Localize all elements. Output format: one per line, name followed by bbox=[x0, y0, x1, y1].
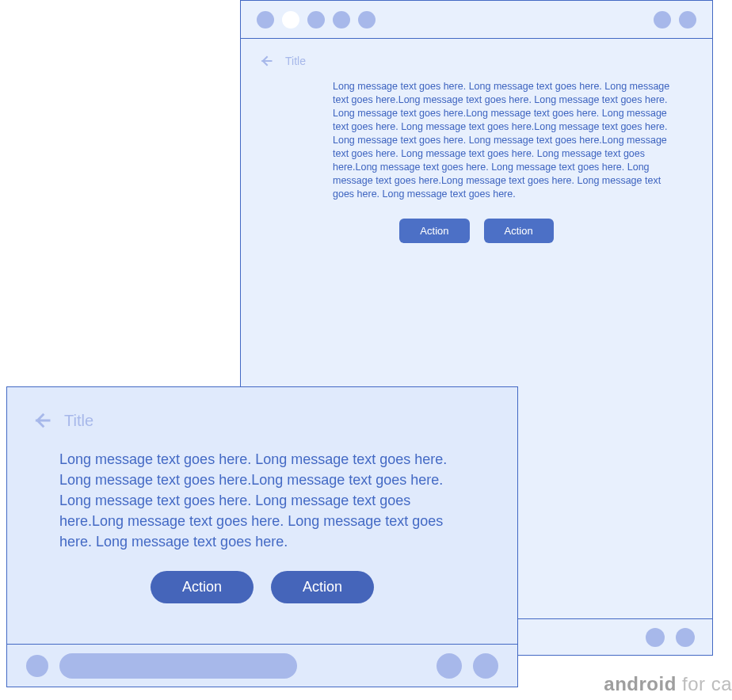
status-dot bbox=[679, 11, 696, 29]
message-text: Long message text goes here. Long messag… bbox=[59, 449, 471, 552]
system-nav-bar bbox=[7, 644, 517, 687]
landscape-device-frame: Title Long message text goes here. Long … bbox=[6, 386, 518, 687]
app-bar: Title bbox=[31, 409, 494, 432]
watermark-suffix: for ca bbox=[677, 673, 732, 694]
page-title: Title bbox=[64, 412, 93, 430]
status-bar bbox=[241, 1, 712, 39]
action-button-primary[interactable]: Action bbox=[399, 219, 469, 243]
nav-dot[interactable] bbox=[473, 653, 498, 679]
status-dot bbox=[307, 11, 325, 29]
nav-pill[interactable] bbox=[59, 653, 297, 679]
status-dot bbox=[257, 11, 274, 29]
app-bar: Title bbox=[258, 53, 695, 69]
nav-dot[interactable] bbox=[437, 653, 462, 679]
status-dot bbox=[654, 11, 671, 29]
landscape-screen: Title Long message text goes here. Long … bbox=[7, 387, 517, 644]
action-row: Action Action bbox=[31, 571, 494, 603]
action-button-secondary[interactable]: Action bbox=[484, 219, 554, 243]
watermark: android for ca bbox=[604, 673, 732, 695]
back-arrow-icon[interactable] bbox=[258, 53, 274, 69]
action-button-primary[interactable]: Action bbox=[151, 571, 254, 603]
message-text: Long message text goes here. Long messag… bbox=[333, 80, 681, 201]
status-dot bbox=[358, 11, 376, 29]
action-row: Action Action bbox=[258, 219, 695, 243]
watermark-brand: android bbox=[604, 673, 677, 694]
page-title: Title bbox=[285, 55, 306, 67]
status-dot-active bbox=[282, 11, 299, 29]
nav-dot[interactable] bbox=[26, 655, 48, 677]
nav-dot[interactable] bbox=[646, 628, 665, 647]
status-dot bbox=[333, 11, 350, 29]
action-button-secondary[interactable]: Action bbox=[271, 571, 374, 603]
back-arrow-icon[interactable] bbox=[31, 409, 53, 432]
nav-dot[interactable] bbox=[676, 628, 695, 647]
